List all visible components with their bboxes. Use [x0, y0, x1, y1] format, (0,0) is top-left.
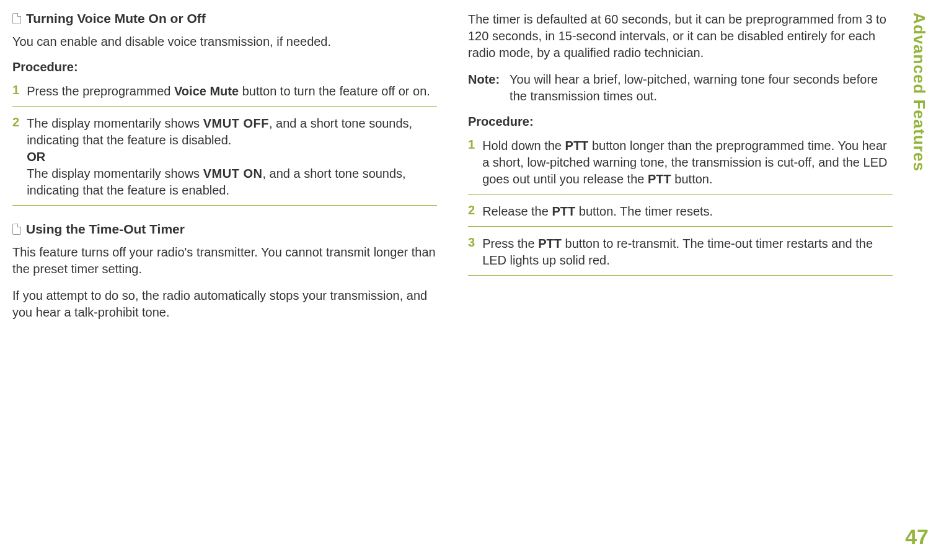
- step-content: Press the preprogrammed Voice Mute butto…: [27, 83, 430, 100]
- heading-text: Turning Voice Mute On or Off: [26, 11, 206, 26]
- right-column: The timer is defaulted at 60 seconds, bu…: [462, 6, 899, 336]
- step-text: button to turn the feature off or on.: [239, 84, 430, 98]
- ptt-label: PTT: [648, 172, 671, 186]
- or-label: OR: [27, 150, 45, 164]
- step-text: Press the: [482, 237, 538, 250]
- step-content: Hold down the PTT button longer than the…: [482, 138, 893, 188]
- body-paragraph: This feature turns off your radio's tran…: [12, 244, 437, 278]
- step-bold: Voice Mute: [174, 84, 239, 98]
- procedure-step: 1 Hold down the PTT button longer than t…: [468, 138, 893, 195]
- side-tab-label: Advanced Features: [909, 12, 929, 172]
- note-label: Note:: [468, 71, 500, 105]
- step-text: Hold down the: [482, 139, 565, 152]
- body-paragraph: The timer is defaulted at 60 seconds, bu…: [468, 11, 893, 61]
- display-value: VMUT OFF: [203, 116, 269, 130]
- procedure-label: Procedure:: [12, 60, 437, 74]
- intro-paragraph: You can enable and disable voice transmi…: [12, 33, 437, 50]
- ptt-label: PTT: [552, 204, 575, 218]
- procedure-label: Procedure:: [468, 115, 893, 129]
- step-number: 1: [468, 138, 475, 188]
- step-number: 1: [12, 83, 19, 100]
- page-number: 47: [905, 525, 929, 549]
- step-text: The display momentarily shows: [27, 116, 203, 130]
- note-body: You will hear a brief, low-pitched, warn…: [510, 71, 893, 105]
- section-heading-voice-mute: Turning Voice Mute On or Off: [12, 11, 437, 26]
- page-content: Turning Voice Mute On or Off You can ena…: [6, 6, 899, 336]
- step-text: Release the: [482, 204, 552, 218]
- page-icon: [12, 224, 21, 235]
- procedure-step: 2 Release the PTT button. The timer rese…: [468, 203, 893, 227]
- procedure-step: 2 The display momentarily shows VMUT OFF…: [12, 115, 437, 206]
- step-content: The display momentarily shows VMUT OFF, …: [27, 115, 437, 199]
- step-text: Press the preprogrammed: [27, 84, 174, 98]
- step-content: Press the PTT button to re-transmit. The…: [482, 235, 893, 269]
- ptt-label: PTT: [538, 237, 562, 250]
- step-content: Release the PTT button. The timer resets…: [482, 203, 713, 220]
- step-text: button. The timer resets.: [575, 204, 713, 218]
- left-column: Turning Voice Mute On or Off You can ena…: [6, 6, 443, 336]
- display-value: VMUT ON: [203, 167, 263, 180]
- step-number: 2: [12, 115, 19, 199]
- procedure-step: 3 Press the PTT button to re-transmit. T…: [468, 235, 893, 276]
- page-icon: [12, 13, 21, 24]
- step-text: button.: [671, 172, 713, 186]
- procedure-step: 1 Press the preprogrammed Voice Mute but…: [12, 83, 437, 107]
- note-block: Note: You will hear a brief, low-pitched…: [468, 71, 893, 105]
- step-number: 3: [468, 235, 475, 269]
- ptt-label: PTT: [565, 139, 589, 152]
- heading-text: Using the Time-Out Timer: [26, 222, 185, 237]
- section-heading-timeout: Using the Time-Out Timer: [12, 222, 437, 237]
- step-text: The display momentarily shows: [27, 167, 203, 180]
- step-number: 2: [468, 203, 475, 220]
- body-paragraph: If you attempt to do so, the radio autom…: [12, 287, 437, 321]
